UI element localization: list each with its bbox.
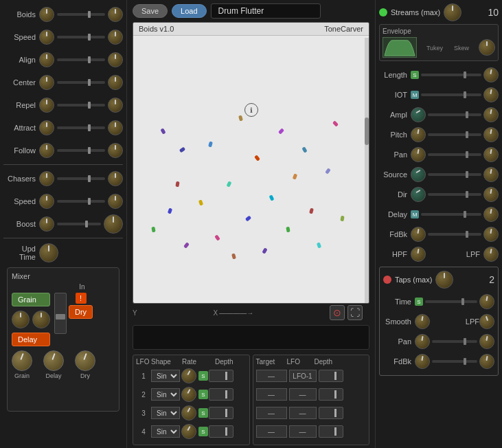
lfo-rate-s-2[interactable]: S — [198, 390, 208, 399]
slider-tap-pan[interactable] — [432, 340, 477, 343]
envelope-shape-tukey[interactable] — [383, 37, 417, 58]
slider-chasers[interactable] — [57, 177, 105, 180]
lfo-rate-knob-2[interactable] — [181, 387, 196, 402]
knob-boids-r[interactable] — [108, 7, 123, 22]
lfo-depth-slider-1[interactable] — [209, 370, 233, 382]
knob-center[interactable] — [39, 75, 54, 90]
slider-pan[interactable] — [428, 153, 481, 156]
knob-ampl[interactable] — [483, 107, 499, 122]
slider-boost[interactable] — [57, 223, 101, 225]
slider-fdbk[interactable] — [428, 233, 481, 236]
knob-tap-fdbk[interactable] — [479, 354, 494, 369]
knob-pan[interactable] — [483, 147, 499, 162]
mixer-knob-grain[interactable] — [12, 350, 32, 371]
knob-pitch-l[interactable] — [411, 127, 426, 142]
target-depth-3[interactable] — [319, 407, 343, 419]
target-lfo-2[interactable]: — — [289, 388, 317, 401]
target-depth-1[interactable] — [319, 370, 343, 382]
taps-max-knob[interactable] — [435, 271, 453, 289]
slider-attract[interactable] — [57, 126, 105, 129]
lfo-rate-knob-3[interactable] — [181, 405, 196, 421]
knob-attract[interactable] — [39, 120, 54, 135]
knob-speed2[interactable] — [39, 194, 54, 209]
lfo-rate-s-3[interactable]: S — [198, 408, 208, 418]
knob-chasers-r[interactable] — [108, 171, 123, 186]
knob-repel-r[interactable] — [108, 98, 123, 113]
expand-icon-btn[interactable]: ⛶ — [347, 305, 363, 320]
lfo-rate-knob-4[interactable] — [181, 424, 196, 439]
knob-boids[interactable] — [39, 7, 54, 22]
mixer-grain-node[interactable]: Grain — [12, 293, 50, 306]
slider-source[interactable] — [428, 173, 481, 176]
target-depth-4[interactable] — [319, 425, 343, 438]
knob-lpf[interactable] — [483, 247, 499, 262]
knob-smooth[interactable] — [415, 314, 430, 329]
lfo-depth-slider-3[interactable] — [209, 407, 233, 419]
knob-chasers[interactable] — [39, 171, 54, 186]
knob-follow-r[interactable] — [108, 143, 123, 158]
lfo-shape-2[interactable]: Sine — [151, 388, 180, 401]
knob-dir-l[interactable] — [411, 187, 426, 202]
boids-canvas[interactable]: Boids v1.0 ToneCarver — [133, 22, 369, 304]
knob-align-r[interactable] — [108, 52, 123, 67]
save-button[interactable]: Save — [133, 4, 168, 18]
slider-speed2[interactable] — [57, 200, 105, 203]
load-button[interactable]: Load — [172, 4, 206, 18]
tap-time-s-badge[interactable]: S — [415, 298, 423, 306]
slider-dir[interactable] — [428, 193, 481, 196]
knob-ampl-l[interactable] — [411, 107, 426, 122]
target-lfo-1[interactable]: LFO-1 — [289, 370, 317, 382]
knob-speed2-r[interactable] — [108, 194, 123, 209]
slider-pitch[interactable] — [428, 133, 481, 136]
length-s-badge[interactable]: S — [411, 71, 419, 79]
knob-smooth-lpf[interactable] — [479, 314, 494, 329]
lfo-rate-s-4[interactable]: S — [198, 427, 208, 436]
slider-tap-fdbk[interactable] — [432, 360, 477, 363]
knob-upd-time[interactable] — [39, 243, 58, 262]
slider-boids[interactable] — [57, 13, 105, 16]
target-box-4[interactable]: — — [256, 425, 287, 438]
knob-speed1-r[interactable] — [108, 30, 123, 45]
target-depth-2[interactable] — [319, 388, 343, 401]
knob-tap-pan-l[interactable] — [415, 334, 430, 349]
mixer-fader-1[interactable] — [54, 293, 67, 334]
target-icon-btn[interactable]: ⊙ — [330, 305, 345, 320]
lfo-rate-s-1[interactable]: S — [198, 371, 208, 381]
knob-pan-l[interactable] — [411, 147, 426, 162]
knob-fdbk-l[interactable] — [411, 227, 426, 242]
knob-dir[interactable] — [483, 187, 499, 202]
delay-m-badge[interactable]: M — [411, 210, 419, 219]
mixer-delay-node[interactable]: Delay — [12, 333, 50, 346]
target-box-1[interactable]: — — [256, 370, 287, 382]
iot-m-badge[interactable]: M — [411, 91, 419, 99]
knob-attract-r[interactable] — [108, 120, 123, 135]
target-lfo-4[interactable]: — — [289, 425, 317, 438]
knob-speed1[interactable] — [39, 30, 54, 45]
slider-speed1[interactable] — [57, 36, 105, 38]
knob-center-r[interactable] — [108, 75, 123, 90]
scroll-vertical[interactable] — [365, 38, 369, 303]
mixer-knob-dry[interactable] — [75, 350, 95, 371]
knob-tap-pan[interactable] — [479, 334, 494, 349]
knob-iot[interactable] — [483, 87, 499, 102]
lfo-depth-slider-4[interactable] — [209, 425, 233, 438]
slider-ampl[interactable] — [428, 113, 481, 116]
knob-hpf[interactable] — [411, 247, 426, 262]
knob-source-l[interactable] — [411, 167, 426, 182]
slider-iot[interactable] — [421, 93, 481, 96]
knob-boost-r[interactable] — [104, 214, 123, 234]
lfo-shape-1[interactable]: Sine — [151, 370, 180, 382]
lfo-shape-3[interactable]: Sine — [151, 407, 180, 419]
mixer-knob-1[interactable] — [12, 311, 30, 328]
knob-delay[interactable] — [483, 207, 499, 222]
lfo-depth-slider-2[interactable] — [209, 388, 233, 401]
slider-tap-time[interactable] — [425, 300, 477, 303]
knob-align[interactable] — [39, 52, 54, 67]
target-lfo-3[interactable]: — — [289, 407, 317, 419]
mixer-knob-delay[interactable] — [43, 350, 64, 371]
slider-align[interactable] — [57, 58, 105, 61]
mixer-dry-node[interactable]: Dry — [69, 305, 93, 319]
lfo-shape-4[interactable]: Sine — [151, 425, 180, 438]
knob-source[interactable] — [483, 167, 499, 182]
knob-length[interactable] — [483, 67, 499, 82]
